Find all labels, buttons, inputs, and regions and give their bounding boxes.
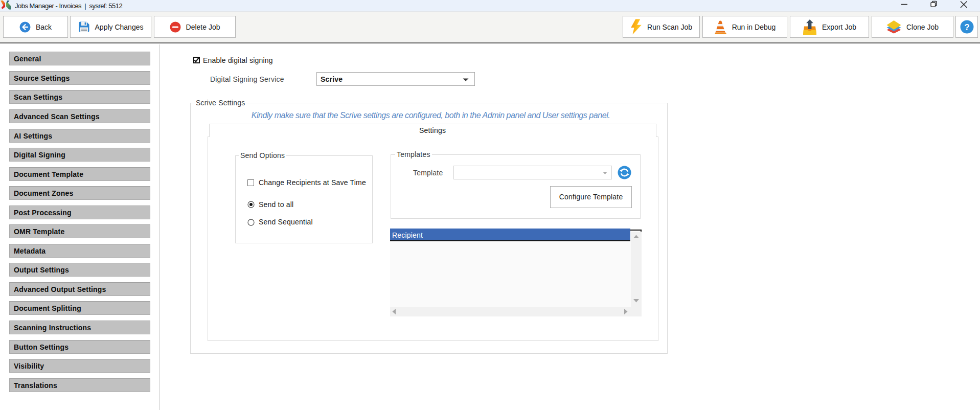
svg-text:?: ? xyxy=(964,22,969,32)
